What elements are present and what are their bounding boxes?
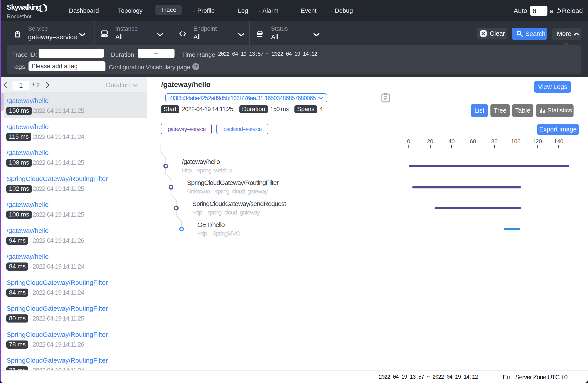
svg-text:?: ? — [194, 63, 198, 69]
